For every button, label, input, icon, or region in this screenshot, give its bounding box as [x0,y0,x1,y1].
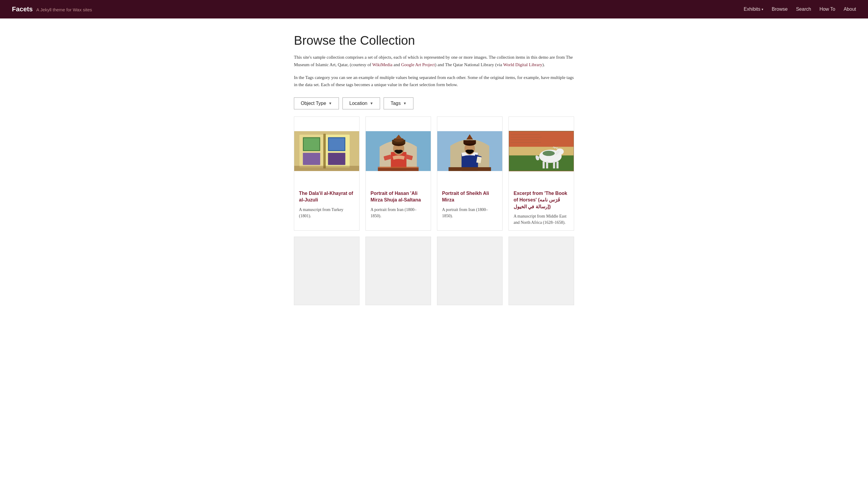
svg-rect-37 [542,162,545,168]
card-3-image [437,117,502,185]
facet-object-type-arrow: ▼ [329,101,332,105]
svg-rect-10 [294,166,359,171]
facet-object-type-label: Object Type [301,101,326,106]
brand-title[interactable]: Facets [12,5,33,13]
svg-rect-7 [329,138,344,150]
facet-tags-label: Tags [391,101,401,106]
card-5-placeholder [294,236,360,305]
exhibits-chevron-icon: ▾ [762,7,764,11]
card-2-body: Portrait of Hasan 'Ali Mirza Shuja al-Sa… [366,185,431,230]
card-8-placeholder [508,236,574,305]
svg-rect-26 [464,140,476,143]
main-content: Browse the Collection This site's sample… [288,19,580,323]
card-4-image [509,117,574,185]
card-3-title[interactable]: Portrait of Sheikh Ali Mirza [442,190,497,203]
card-2-desc: A portrait from Iran (1800–1850). [371,206,426,219]
svg-rect-4 [304,138,319,150]
facet-location-arrow: ▼ [370,101,373,105]
card-3-svg [437,117,502,185]
card-2-svg [366,117,431,185]
svg-rect-30 [448,167,491,171]
nav-howto[interactable]: How To [819,6,835,12]
card-1-title[interactable]: The Dala'il al-Khayrat of al-Juzuli [299,190,354,203]
card-2-image [366,117,431,185]
card-4: Excerpt from 'The Book of Horses' (فَرَس… [508,117,574,231]
card-1-image [294,117,359,185]
google-art-link[interactable]: Google Art Project [401,62,435,67]
svg-rect-21 [378,167,419,168]
facet-location-label: Location [349,101,368,106]
card-6-placeholder [366,236,431,305]
intro-paragraph-1: This site's sample collection comprises … [294,54,574,68]
card-1-svg [294,117,359,185]
card-1: The Dala'il al-Khayrat of al-Juzuli A ma… [294,117,360,231]
facet-object-type[interactable]: Object Type ▼ [294,97,339,109]
wikimedia-link[interactable]: WikiMedia [372,62,393,67]
facet-tags[interactable]: Tags ▼ [383,97,413,109]
svg-rect-39 [553,162,555,168]
card-7-placeholder [437,236,502,305]
svg-rect-9 [323,134,326,168]
nav-exhibits[interactable]: Exhibits ▾ [744,6,764,12]
nav-brand: Facets A Jekyll theme for Wax sites [12,5,744,13]
nav-search[interactable]: Search [796,6,811,12]
svg-rect-40 [557,162,559,168]
card-3: Portrait of Sheikh Ali Mirza A portrait … [437,117,502,231]
svg-point-41 [542,151,555,156]
card-4-title[interactable]: Excerpt from 'The Book of Horses' (فَرَس… [514,190,569,210]
navbar: Facets A Jekyll theme for Wax sites Exhi… [0,0,868,19]
card-1-desc: A manuscript from Turkey (1801). [299,206,354,219]
nav-browse[interactable]: Browse [772,6,787,12]
card-4-body: Excerpt from 'The Book of Horses' (فَرَس… [509,185,574,230]
card-4-svg [509,117,574,185]
svg-rect-38 [546,162,548,168]
card-2-title[interactable]: Portrait of Hasan 'Ali Mirza Shuja al-Sa… [371,190,426,203]
card-3-body: Portrait of Sheikh Ali Mirza A portrait … [437,185,502,230]
intro-paragraph-2: In the Tags category you can see an exam… [294,74,574,89]
facet-location[interactable]: Location ▼ [342,97,380,109]
nav-links: Exhibits ▾ Browse Search How To About [744,6,856,12]
card-2: Portrait of Hasan 'Ali Mirza Shuja al-Sa… [366,117,431,231]
nav-exhibits-label: Exhibits [744,6,761,12]
facet-tags-arrow: ▼ [403,101,407,105]
wdl-link[interactable]: World Digital Library [503,62,542,67]
svg-rect-8 [328,153,345,165]
brand-subtitle: A Jekyll theme for Wax sites [36,7,92,12]
svg-rect-20 [378,167,419,171]
card-4-desc: A manuscript from Middle East and North … [514,213,569,226]
collection-grid: The Dala'il al-Khayrat of al-Juzuli A ma… [294,117,574,231]
facet-bar: Object Type ▼ Location ▼ Tags ▼ [294,97,574,109]
collection-grid-row2 [294,236,574,305]
page-title: Browse the Collection [294,33,574,48]
card-1-body: The Dala'il al-Khayrat of al-Juzuli A ma… [294,185,359,230]
svg-rect-5 [303,153,320,165]
nav-about[interactable]: About [843,6,856,12]
card-3-desc: A portrait from Iran (1800–1850). [442,206,497,219]
